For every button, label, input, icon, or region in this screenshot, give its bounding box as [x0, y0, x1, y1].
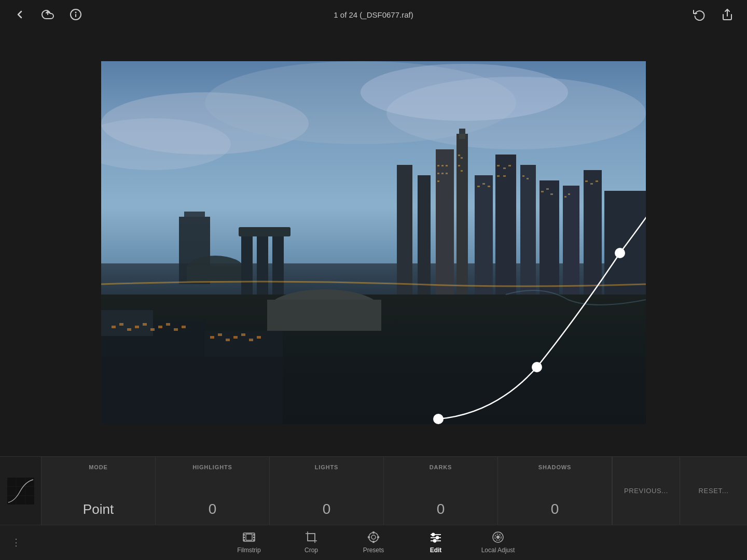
- svg-rect-51: [482, 183, 485, 185]
- svg-rect-48: [458, 165, 460, 166]
- svg-rect-34: [563, 186, 579, 295]
- svg-rect-33: [540, 180, 559, 295]
- svg-point-117: [432, 533, 435, 536]
- lights-section[interactable]: LIGHTS 0: [270, 457, 384, 525]
- svg-rect-30: [475, 175, 493, 295]
- svg-rect-102: [243, 539, 245, 541]
- lights-label: LIGHTS: [315, 464, 339, 470]
- back-button[interactable]: [10, 5, 29, 24]
- svg-rect-20: [257, 232, 268, 295]
- svg-rect-44: [446, 173, 448, 174]
- top-bar-left: [10, 5, 85, 24]
- crop-tab[interactable]: Crop: [280, 525, 342, 560]
- svg-rect-81: [182, 326, 186, 328]
- svg-rect-21: [272, 232, 284, 295]
- svg-rect-60: [541, 191, 544, 192]
- svg-rect-107: [308, 534, 315, 541]
- presets-tab[interactable]: Presets: [342, 525, 405, 560]
- undo-button[interactable]: [690, 5, 709, 24]
- svg-rect-66: [590, 183, 593, 185]
- svg-point-112: [373, 541, 375, 542]
- svg-rect-41: [446, 165, 448, 166]
- shadows-label: SHADOWS: [538, 464, 572, 470]
- edit-icon: [429, 530, 442, 544]
- svg-rect-39: [437, 165, 439, 166]
- tone-panel: MODE Point HIGHLIGHTS 0 LIGHTS 0 DARKS 0…: [0, 456, 747, 525]
- previous-label: PREVIOUS...: [624, 487, 668, 495]
- svg-rect-47: [461, 157, 463, 159]
- svg-rect-103: [253, 534, 255, 536]
- svg-point-122: [497, 536, 500, 538]
- svg-rect-94: [7, 478, 34, 505]
- svg-rect-56: [497, 175, 500, 177]
- svg-rect-87: [249, 339, 253, 341]
- svg-rect-59: [527, 178, 529, 179]
- svg-point-12: [361, 64, 568, 121]
- svg-rect-62: [550, 193, 553, 195]
- curve-thumb: [7, 478, 34, 505]
- svg-rect-24: [267, 300, 381, 331]
- more-options-button[interactable]: ⋮: [7, 525, 25, 560]
- top-bar-right: [690, 5, 737, 24]
- svg-rect-49: [461, 170, 463, 172]
- svg-point-113: [368, 536, 370, 538]
- info-button[interactable]: [66, 5, 85, 24]
- edit-label: Edit: [430, 547, 442, 554]
- svg-rect-64: [568, 193, 570, 195]
- svg-rect-25: [397, 165, 412, 295]
- svg-rect-105: [253, 539, 255, 541]
- svg-rect-72: [112, 326, 116, 328]
- edit-tab[interactable]: Edit: [405, 525, 467, 560]
- mode-value: Point: [83, 501, 114, 517]
- lights-value: 0: [323, 501, 331, 517]
- darks-label: DARKS: [430, 464, 452, 470]
- svg-point-119: [434, 539, 436, 542]
- filmstrip-icon: [242, 530, 256, 544]
- svg-rect-16: [184, 212, 205, 222]
- share-button[interactable]: [718, 5, 737, 24]
- svg-point-111: [378, 536, 379, 538]
- local-adjust-label: Local Adjust: [481, 547, 515, 554]
- cloud-button[interactable]: [38, 5, 57, 24]
- svg-rect-32: [520, 165, 536, 295]
- svg-rect-50: [477, 186, 480, 187]
- svg-rect-42: [437, 173, 439, 174]
- svg-rect-63: [564, 196, 566, 198]
- svg-rect-53: [497, 165, 500, 166]
- svg-rect-88: [257, 336, 261, 339]
- svg-rect-100: [243, 534, 245, 536]
- svg-rect-80: [174, 328, 178, 331]
- previous-button[interactable]: PREVIOUS...: [612, 457, 680, 525]
- shadows-value: 0: [551, 501, 559, 517]
- mode-section[interactable]: MODE Point: [42, 457, 156, 525]
- darks-section[interactable]: DARKS 0: [384, 457, 498, 525]
- svg-rect-18: [187, 266, 244, 282]
- svg-rect-82: [210, 336, 214, 339]
- reset-button[interactable]: RESET...: [680, 457, 747, 525]
- curve-thumbnail[interactable]: [0, 457, 42, 525]
- svg-point-110: [373, 531, 375, 533]
- svg-rect-19: [241, 232, 253, 295]
- local-adjust-tab[interactable]: Local Adjust: [467, 525, 529, 560]
- highlights-label: HIGHLIGHTS: [192, 464, 232, 470]
- svg-rect-84: [226, 339, 230, 341]
- svg-rect-61: [546, 188, 549, 190]
- local-adjust-icon: [491, 530, 505, 544]
- crop-label: Crop: [305, 547, 318, 554]
- svg-rect-65: [585, 180, 588, 182]
- shadows-section[interactable]: SHADOWS 0: [498, 457, 612, 525]
- crop-icon: [305, 530, 318, 544]
- svg-rect-26: [418, 175, 431, 295]
- filmstrip-tab[interactable]: Filmstrip: [218, 525, 280, 560]
- main-image-area: [0, 29, 747, 456]
- svg-rect-57: [503, 175, 506, 177]
- svg-point-109: [371, 535, 376, 539]
- mode-label: MODE: [89, 464, 108, 470]
- file-title: 1 of 24 (_DSF0677.raf): [334, 10, 413, 19]
- presets-icon: [367, 530, 380, 544]
- svg-rect-36: [604, 191, 646, 295]
- svg-rect-104: [253, 537, 255, 538]
- highlights-section[interactable]: HIGHLIGHTS 0: [156, 457, 270, 525]
- svg-rect-74: [127, 328, 131, 331]
- svg-rect-71: [101, 357, 646, 424]
